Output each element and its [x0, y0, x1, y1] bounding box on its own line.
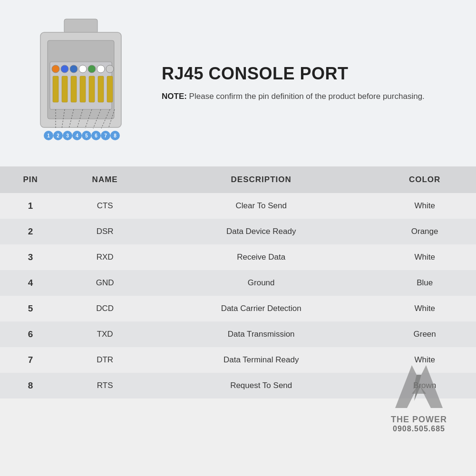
col-pin: PIN: [0, 166, 61, 193]
svg-point-10: [106, 65, 114, 73]
svg-point-6: [70, 65, 78, 73]
table-container: PIN NAME DESCRIPTION COLOR 1CTSClear To …: [0, 166, 476, 476]
cell-name: RTS: [61, 373, 149, 398]
pin-table-section: PIN NAME DESCRIPTION COLOR 1CTSClear To …: [0, 166, 476, 398]
cell-name: GND: [61, 270, 149, 296]
cell-pin: 5: [0, 296, 61, 321]
table-row: 7DTRData Terminal ReadyWhite: [0, 347, 476, 373]
table-row: 6TXDData TransmissionGreen: [0, 321, 476, 347]
cell-color: Blue: [373, 270, 476, 296]
cell-description: Data Carrier Detection: [149, 296, 373, 321]
table-row: 3RXDReceive DataWhite: [0, 244, 476, 270]
svg-rect-14: [80, 76, 86, 102]
cell-pin: 8: [0, 373, 61, 398]
col-color: COLOR: [373, 166, 476, 193]
svg-text:4: 4: [76, 133, 78, 138]
table-row: 8RTSRequest To SendBrown: [0, 373, 476, 398]
svg-text:6: 6: [95, 133, 97, 138]
note-label: NOTE:: [162, 92, 187, 101]
cell-description: Receive Data: [149, 244, 373, 270]
svg-point-8: [88, 65, 96, 73]
table-row: 2DSRData Device ReadyOrange: [0, 219, 476, 244]
brand-phone: 0908.505.685: [393, 425, 445, 433]
svg-rect-0: [64, 19, 97, 33]
cell-color: White: [373, 193, 476, 219]
title-section: RJ45 CONSOLE PORT NOTE: Please confirm t…: [162, 64, 457, 103]
cell-description: Ground: [149, 270, 373, 296]
col-name: NAME: [61, 166, 149, 193]
svg-point-7: [79, 65, 87, 73]
svg-point-4: [52, 65, 59, 73]
cell-color: White: [373, 347, 476, 373]
pin-table: PIN NAME DESCRIPTION COLOR 1CTSClear To …: [0, 166, 476, 398]
cell-name: DSR: [61, 219, 149, 244]
cell-pin: 2: [0, 219, 61, 244]
table-row: 1CTSClear To SendWhite: [0, 193, 476, 219]
cell-color: Brown: [373, 373, 476, 398]
svg-text:7: 7: [104, 133, 107, 138]
svg-point-9: [97, 65, 105, 73]
cell-pin: 3: [0, 244, 61, 270]
svg-rect-11: [53, 76, 58, 102]
svg-rect-15: [89, 76, 95, 102]
cell-pin: 4: [0, 270, 61, 296]
cell-description: Data Terminal Ready: [149, 347, 373, 373]
cell-name: TXD: [61, 321, 149, 347]
cell-name: DTR: [61, 347, 149, 373]
cell-color: White: [373, 244, 476, 270]
cell-color: Green: [373, 321, 476, 347]
svg-rect-13: [71, 76, 77, 102]
note-body: Please confirm the pin definition of the…: [187, 92, 425, 101]
col-description: DESCRIPTION: [149, 166, 373, 193]
svg-text:8: 8: [114, 133, 117, 138]
cell-description: Data Device Ready: [149, 219, 373, 244]
cell-name: RXD: [61, 244, 149, 270]
cell-description: Request To Send: [149, 373, 373, 398]
cell-pin: 6: [0, 321, 61, 347]
svg-text:2: 2: [57, 133, 59, 138]
table-header-row: PIN NAME DESCRIPTION COLOR: [0, 166, 476, 193]
svg-rect-12: [62, 76, 68, 102]
cell-description: Data Transmission: [149, 321, 373, 347]
rj45-svg: 1 2 3 4 5 6 7 8: [26, 14, 136, 152]
svg-text:3: 3: [66, 133, 69, 138]
svg-point-5: [61, 65, 68, 73]
brand-name: THE POWER: [391, 415, 447, 425]
top-section: 1 2 3 4 5 6 7 8: [0, 0, 476, 166]
cell-description: Clear To Send: [149, 193, 373, 219]
svg-text:5: 5: [85, 133, 88, 138]
page-title: RJ45 CONSOLE PORT: [162, 64, 457, 84]
svg-text:1: 1: [47, 133, 50, 138]
table-row: 5DCDData Carrier DetectionWhite: [0, 296, 476, 321]
cell-name: DCD: [61, 296, 149, 321]
table-row: 4GNDGroundBlue: [0, 270, 476, 296]
svg-rect-17: [107, 76, 113, 102]
cell-pin: 1: [0, 193, 61, 219]
svg-rect-16: [98, 76, 104, 102]
cell-color: White: [373, 296, 476, 321]
cell-color: Orange: [373, 219, 476, 244]
cell-name: CTS: [61, 193, 149, 219]
note-text: NOTE: Please confirm the pin definition …: [162, 90, 457, 103]
connector-diagram: 1 2 3 4 5 6 7 8: [19, 14, 143, 152]
cell-pin: 7: [0, 347, 61, 373]
